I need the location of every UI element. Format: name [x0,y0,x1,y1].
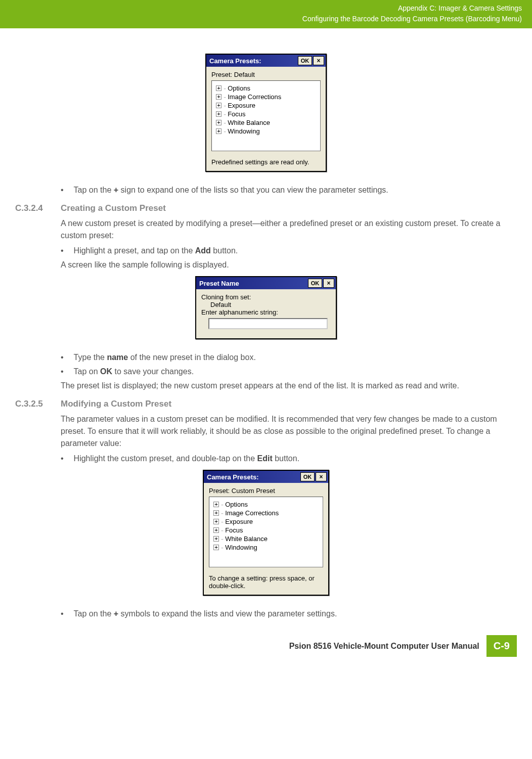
tree-item[interactable]: +··Image Corrections [213,509,319,517]
header-line2: Configuring the Barcode Decoding Camera … [10,14,522,24]
plus-icon[interactable]: + [213,536,219,542]
bullet-item: • Tap on the + sign to expand one of the… [61,184,517,196]
plus-icon[interactable]: + [216,128,221,134]
cloning-source: Default [201,301,331,308]
plus-icon[interactable]: + [213,545,219,550]
page-number: C-9 [486,635,517,657]
preset-label: Preset: Default [211,71,321,78]
tree-item[interactable]: +··Image Corrections [216,93,316,101]
plus-icon[interactable]: + [216,103,221,108]
section-heading: C.3.2.4 Creating a Custom Preset [15,203,517,213]
plus-icon[interactable]: + [213,510,219,516]
status-text: Predefined settings are read only. [206,155,326,171]
camera-presets-dialog-1: Camera Presets: OK × Preset: Default +··… [205,54,327,172]
bullet-item: • Tap on OK to save your changes. [61,366,517,378]
paragraph: A new custom preset is created by modify… [61,217,517,242]
plus-icon[interactable]: + [216,94,221,100]
tree-item[interactable]: +··Options [216,84,316,93]
paragraph: A screen like the sample following is di… [61,259,517,271]
close-icon[interactable]: × [313,56,324,65]
plus-icon[interactable]: + [213,502,219,507]
enter-label: Enter alphanumeric string: [201,308,331,316]
tree-item[interactable]: +··Focus [213,526,319,534]
bullet-item: • Highlight the custom preset, and doubl… [61,453,517,465]
preset-name-dialog: Preset Name OK × Cloning from set: Defau… [195,276,337,339]
camera-presets-dialog-2: Camera Presets: OK × Preset: Custom Pres… [203,470,329,596]
tree-item[interactable]: +··White Balance [213,534,319,543]
close-icon[interactable]: × [316,472,327,481]
dialog-title: Camera Presets: [209,57,261,65]
tree-item[interactable]: +··White Balance [216,118,316,127]
ok-button[interactable]: OK [298,56,312,65]
dialog-title: Camera Presets: [207,473,259,481]
paragraph: The preset list is displayed; the new cu… [61,380,517,392]
tree-item[interactable]: +··Windowing [213,543,319,552]
bullet-item: • Type the name of the new preset in the… [61,351,517,364]
plus-icon[interactable]: + [216,85,221,91]
bullet-item: • Highlight a preset, and tap on the Add… [61,245,517,257]
titlebar: Preset Name OK × [196,277,336,289]
tree-item[interactable]: +··Exposure [213,517,319,526]
paragraph: The parameter values in a custom preset … [61,413,517,450]
header-line1: Appendix C: Imager & Camera Settings [10,3,522,14]
titlebar: Camera Presets: OK × [204,471,328,483]
footer-text: Psion 8516 Vehicle-Mount Computer User M… [289,642,479,651]
tree-item[interactable]: +··Windowing [216,127,316,136]
dialog-title: Preset Name [199,280,239,287]
plus-icon[interactable]: + [216,111,221,117]
tree-view[interactable]: +··Options +··Image Corrections +··Expos… [209,497,323,567]
plus-icon[interactable]: + [216,120,221,125]
ok-button[interactable]: OK [308,279,322,288]
cloning-label: Cloning from set: [201,293,331,301]
plus-icon[interactable]: + [213,527,219,533]
section-heading: C.3.2.5 Modifying a Custom Preset [15,399,517,409]
ok-button[interactable]: OK [300,472,315,481]
close-icon[interactable]: × [323,279,334,288]
page-footer: Psion 8516 Vehicle-Mount Computer User M… [15,635,517,657]
plus-icon[interactable]: + [213,519,219,524]
status-text: To change a setting: press space, or dou… [204,571,328,595]
tree-view[interactable]: +··Options +··Image Corrections +··Expos… [211,80,321,151]
tree-item[interactable]: +··Options [213,500,319,509]
preset-label: Preset: Custom Preset [209,487,323,495]
tree-item[interactable]: +··Focus [216,110,316,118]
page-header: Appendix C: Imager & Camera Settings Con… [0,0,532,28]
tree-item[interactable]: +··Exposure [216,101,316,110]
titlebar: Camera Presets: OK × [206,55,326,67]
preset-name-input[interactable] [208,318,328,329]
bullet-item: • Tap on the + symbols to expand the lis… [61,608,517,620]
